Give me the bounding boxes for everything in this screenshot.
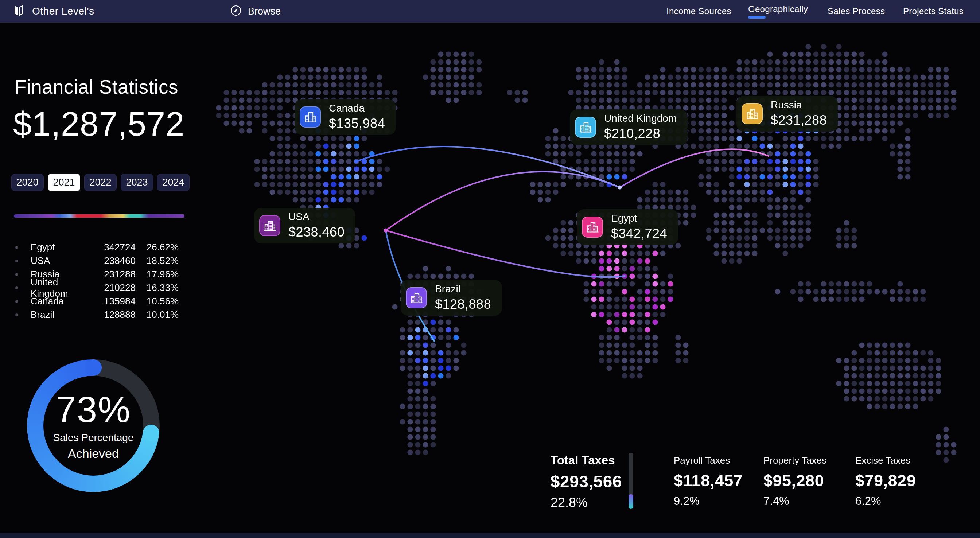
year-tab-2020[interactable]: 2020 [11,174,44,191]
country-pct: 16.33% [135,282,179,293]
year-tab-2022[interactable]: 2022 [84,174,117,191]
map-callout-russia[interactable]: Russia $231,288 [737,96,838,132]
total-taxes-label: Total Taxes [550,454,622,467]
country-value: 238460 [90,255,135,266]
country-name: Canada [30,296,90,307]
country-pct: 10.56% [135,296,179,307]
brand-name: Other Level's [32,5,94,17]
callout-country: Canada [329,103,385,114]
table-row: United Kingdom 210228 16.33% [14,281,179,294]
callout-country: Russia [771,100,827,111]
browse-label: Browse [248,6,281,17]
row-bullet [15,273,18,276]
year-tab-2023[interactable]: 2023 [121,174,153,191]
active-tab-underline [748,16,765,19]
callout-country: USA [288,212,345,223]
country-name: Brazil [30,309,90,320]
tax-value: $79,829 [855,471,916,490]
sales-gauge: 73% Sales Percentage Achieved [27,360,160,492]
country-pct: 17.96% [135,269,179,280]
tax-label: Property Taxes [764,455,827,466]
map-callout-united-kingdom[interactable]: United Kingdom $210,228 [570,109,687,145]
nav-label: Income Sources [667,6,731,16]
tax-value: $95,280 [764,471,827,490]
map-callout-canada[interactable]: Canada $135,984 [294,99,396,135]
tax-pct: 6.2% [855,495,916,508]
map-callout-egypt[interactable]: Egypt $342,724 [577,209,678,245]
table-row: Egypt 342724 26.62% [14,240,179,254]
country-pct: 18.52% [135,255,179,266]
buildings-icon [575,117,596,138]
map-callout-brazil[interactable]: Brazil $128,888 [401,280,502,316]
total-amount: $1,287,572 [13,105,185,143]
tax-label: Excise Taxes [855,455,916,466]
row-bullet [15,246,18,249]
callout-value: $135,984 [329,116,385,131]
row-bullet [15,314,18,317]
total-taxes: Total Taxes $293,566 22.8% [550,454,622,510]
nav-label: Projects Status [903,6,964,16]
nav-sales-process[interactable]: Sales Process [827,0,885,22]
callout-value: $128,888 [435,297,491,312]
country-distribution-gradient-bar [14,214,185,218]
nav-income-sources[interactable]: Income Sources [667,0,731,22]
tax-value: $118,457 [674,471,743,490]
browse-button[interactable]: Browse [230,0,281,22]
buildings-icon [300,107,321,127]
year-tabs: 2020 2021 2022 2023 2024 [11,174,189,191]
gauge-percent: 73% [56,391,131,428]
gauge-caption-line1: Sales Percentage [53,432,134,444]
country-pct: 26.62% [135,242,179,253]
bottom-accent-strip [0,533,980,538]
page-title: Financial Statistics [14,76,178,98]
callout-country: United Kingdom [604,113,677,124]
table-row: Canada 135984 10.56% [14,294,179,308]
payroll-taxes: Payroll Taxes $118,457 9.2% [674,455,743,508]
nav-label: Geographically [748,4,808,14]
country-name: USA [30,255,90,266]
country-value: 210228 [90,282,135,293]
callout-value: $231,288 [771,113,827,128]
country-name: Egypt [30,242,90,253]
year-tab-2024[interactable]: 2024 [157,174,189,191]
callout-value: $210,228 [604,126,677,142]
nav-projects-status[interactable]: Projects Status [903,0,964,22]
buildings-icon [741,103,763,124]
taxes-progress-fill [628,494,633,509]
buildings-icon [582,216,603,238]
country-value: 128888 [90,309,135,320]
table-row: USA 238460 18.52% [14,254,179,267]
nav-label: Sales Process [827,6,885,16]
map-callout-usa[interactable]: USA $238,460 [254,208,355,244]
excise-taxes: Excise Taxes $79,829 6.2% [855,455,916,508]
table-row: Brazil 128888 10.01% [14,308,179,322]
row-bullet [15,259,18,263]
buildings-icon [259,215,280,236]
gauge-text: 73% Sales Percentage Achieved [27,360,160,492]
tax-label: Payroll Taxes [674,455,743,466]
brand-logo-icon [13,4,24,19]
tax-pct: 7.4% [764,495,827,508]
top-navigation-bar: Other Level's Browse Income Sources Geog… [0,0,980,22]
compass-icon [230,4,242,18]
year-tab-2021[interactable]: 2021 [48,174,80,191]
country-table: Egypt 342724 26.62% USA 238460 18.52% Ru… [14,240,179,322]
country-value: 342724 [90,242,135,253]
dashboard: Other Level's Browse Income Sources Geog… [0,0,980,538]
tax-pct: 9.2% [674,495,743,508]
callout-country: Egypt [611,213,667,224]
callout-value: $342,724 [611,226,667,241]
callout-country: Brazil [435,283,491,295]
gauge-caption-line2: Achieved [68,447,119,461]
total-taxes-value: $293,566 [550,472,622,491]
row-bullet [15,287,18,290]
buildings-icon [406,287,427,308]
country-value: 135984 [90,296,135,307]
property-taxes: Property Taxes $95,280 7.4% [764,455,827,508]
country-value: 231288 [90,269,135,280]
callout-value: $238,460 [288,224,345,240]
nav-geographically[interactable]: Geographically [748,0,808,22]
brand-home-link[interactable]: Other Level's [13,0,94,22]
country-pct: 10.01% [135,309,179,320]
total-taxes-pct: 22.8% [550,495,622,510]
